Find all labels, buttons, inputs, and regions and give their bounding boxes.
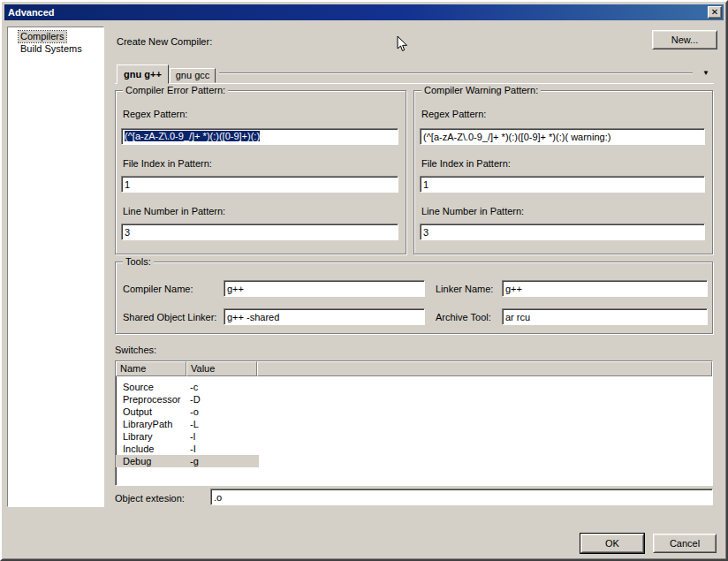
switch-name: Preprocessor	[116, 393, 186, 406]
close-button[interactable]: ✕	[708, 6, 722, 19]
regex-pattern-label: Regex Pattern:	[123, 109, 187, 119]
error-file-index-input[interactable]	[121, 176, 398, 193]
switch-name: Include	[116, 443, 186, 455]
linker-name-label: Linker Name:	[436, 284, 493, 294]
regex-pattern-label: Regex Pattern:	[421, 109, 486, 119]
switch-value: -c	[186, 381, 259, 393]
switches-table: Name Value Source -c Preprocessor -D Out…	[115, 360, 713, 486]
object-extension-input[interactable]	[210, 489, 713, 505]
compiler-name-input[interactable]	[224, 280, 425, 297]
switch-row-preprocessor[interactable]: Preprocessor -D	[116, 393, 712, 406]
switch-name: LibraryPath	[116, 418, 186, 430]
tab-separator-line	[219, 72, 693, 74]
tab-label: gnu gcc	[176, 70, 210, 80]
selected-text: (^[a-zA-Z\.0-9_/]+ *)(:)([0-9]+)(:)	[125, 131, 260, 141]
column-header-filler	[257, 361, 712, 376]
archive-tool-input[interactable]	[502, 308, 708, 325]
new-button[interactable]: New...	[652, 30, 717, 49]
warning-line-number-input[interactable]	[420, 224, 705, 240]
file-index-label: File Index in Pattern:	[421, 158, 511, 169]
window-title: Advanced	[4, 7, 55, 18]
cancel-button[interactable]: Cancel	[653, 534, 717, 553]
tab-list-dropdown-icon[interactable]: ▼	[700, 68, 712, 79]
column-header-name[interactable]: Name	[116, 361, 186, 376]
switch-value: -I	[186, 443, 259, 455]
group-title: Compiler Warning Pattern:	[421, 85, 541, 95]
switches-label: Switches:	[115, 345, 156, 355]
tab-gnu-gpp[interactable]: gnu g++	[117, 64, 169, 84]
group-title: Tools:	[123, 256, 154, 267]
warning-regex-input[interactable]	[420, 128, 705, 145]
sidebar-item-label: Build Systems	[20, 43, 82, 54]
switch-row-librarypath[interactable]: LibraryPath -L	[116, 418, 712, 430]
tab-label: gnu g++	[124, 69, 162, 80]
switch-value: -g	[186, 455, 259, 467]
sidebar-item-build-systems[interactable]: Build Systems	[19, 43, 84, 55]
column-header-value[interactable]: Value	[186, 361, 257, 376]
switch-name: Output	[116, 406, 186, 418]
switch-value: -D	[186, 393, 259, 406]
compiler-name-label: Compiler Name:	[123, 284, 193, 294]
object-extension-label: Object extesion:	[115, 493, 185, 504]
table-header: Name Value	[116, 361, 712, 376]
switch-row-source[interactable]: Source -c	[116, 381, 712, 393]
switch-name: Library	[116, 430, 186, 443]
archive-tool-label: Archive Tool:	[436, 312, 491, 322]
switch-row-debug[interactable]: Debug -g	[116, 455, 712, 467]
group-title: Compiler Error Pattern:	[123, 85, 228, 95]
tab-gnu-gcc[interactable]: gnu gcc	[170, 68, 216, 83]
error-regex-input[interactable]: (^[a-zA-Z\.0-9_/]+ *)(:)([0-9]+)(:)	[121, 128, 398, 145]
switch-name: Debug	[116, 455, 186, 467]
switch-value: -o	[186, 406, 259, 418]
switch-value: -L	[186, 418, 259, 430]
create-new-compiler-label: Create New Compiler:	[117, 36, 212, 47]
file-index-label: File Index in Pattern:	[123, 158, 212, 169]
tools-group: Tools: Compiler Name: Linker Name: Share…	[115, 262, 713, 334]
title-bar[interactable]: Advanced ✕	[4, 4, 724, 20]
shared-object-linker-input[interactable]	[224, 308, 425, 325]
shared-object-linker-label: Shared Object Linker:	[123, 312, 216, 322]
switch-row-include[interactable]: Include -I	[116, 443, 712, 455]
compiler-error-pattern-group: Compiler Error Pattern: Regex Pattern: (…	[115, 90, 406, 254]
switch-row-library[interactable]: Library -l	[116, 430, 712, 443]
switch-row-output[interactable]: Output -o	[116, 406, 712, 418]
compiler-warning-pattern-group: Compiler Warning Pattern: Regex Pattern:…	[413, 90, 713, 254]
close-icon: ✕	[711, 7, 718, 17]
line-number-label: Line Number in Pattern:	[421, 206, 524, 216]
switch-name: Source	[116, 381, 186, 393]
mouse-cursor	[397, 35, 408, 52]
advanced-dialog: Advanced ✕ Compilers Build Systems Creat…	[0, 0, 728, 561]
table-body: Source -c Preprocessor -D Output -o Libr…	[116, 376, 712, 467]
tab-baseline	[115, 83, 714, 84]
line-number-label: Line Number in Pattern:	[123, 206, 225, 216]
warning-file-index-input[interactable]	[420, 176, 705, 193]
category-tree: Compilers Build Systems	[7, 27, 104, 507]
sidebar-item-compilers[interactable]: Compilers	[19, 31, 66, 42]
linker-name-input[interactable]	[502, 280, 708, 297]
switch-value: -l	[186, 430, 259, 443]
ok-button[interactable]: OK	[580, 534, 644, 553]
error-line-number-input[interactable]	[121, 224, 398, 240]
sidebar-item-label: Compilers	[20, 31, 64, 42]
